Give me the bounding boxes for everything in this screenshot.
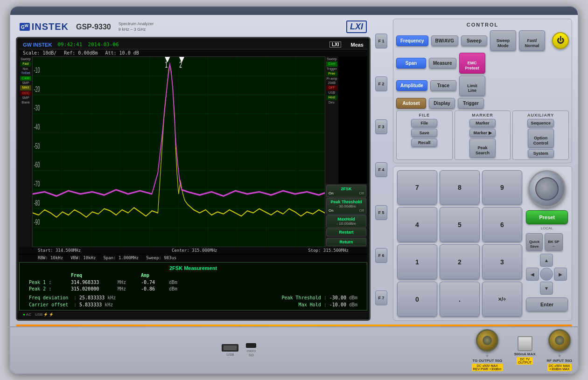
pt-label: Peak Threshold	[281, 295, 321, 300]
return-button[interactable]: Return	[326, 238, 366, 246]
nav-empty-br	[554, 282, 567, 295]
screen-container: GW INSTEK 09:42:41 2014-03-06 LXI Meas S…	[16, 37, 371, 321]
screen-brand: GW INSTEK	[23, 42, 52, 48]
svg-text:-20: -20	[34, 85, 40, 93]
2fsk-button[interactable]: 2FSK On Off	[326, 185, 366, 197]
meas-panel: 2FSK On Off Peak Threshold - 30.00dBm	[325, 184, 367, 247]
max-hold-row: Max Hold : -10.00 dBm	[193, 302, 357, 307]
nav-down-button[interactable]: ▼	[540, 282, 553, 295]
key-mult-div[interactable]: ×/÷	[482, 282, 522, 317]
amplitude-button[interactable]: Amplitude	[396, 80, 427, 91]
f3-button[interactable]: F 3	[375, 119, 387, 134]
display-button[interactable]: Display	[429, 98, 455, 109]
dev-indicator: Dev.	[326, 101, 337, 104]
key-1[interactable]: 1	[397, 244, 437, 279]
recall-button[interactable]: Recall	[411, 138, 437, 147]
svg-text:-70: -70	[34, 180, 40, 188]
autoset-button[interactable]: Autoset	[396, 98, 426, 109]
trigger-indicator: Trigger	[326, 67, 337, 71]
key-5[interactable]: 5	[440, 207, 480, 242]
option-control-button[interactable]: Option Control	[528, 129, 554, 147]
f7-button[interactable]: F 7	[375, 290, 387, 305]
nav-empty-tl	[526, 254, 539, 267]
col-freq-header: Freq	[71, 273, 141, 278]
gw-badge: GW	[20, 23, 30, 30]
scale-label: Scale: 10dB/	[23, 50, 56, 55]
nav-empty-tr	[554, 254, 567, 267]
bwavg-button[interactable]: BW/AVG	[431, 35, 458, 46]
brand-bar: GW INSTEK GSP-9330 Spectrum Analyzer 9 k…	[16, 19, 371, 35]
nav-up-button[interactable]: ▲	[540, 254, 553, 267]
key-2[interactable]: 2	[440, 244, 480, 279]
local-label: LOCAL	[526, 226, 568, 230]
limit-line-button[interactable]: Limit Line	[459, 76, 485, 96]
span-button[interactable]: Span	[396, 58, 426, 69]
trigger-button[interactable]: Trigger	[458, 98, 484, 109]
nav-right-button[interactable]: ▶	[554, 268, 567, 281]
nav-center-button[interactable]	[540, 268, 553, 281]
peak-threshold-button[interactable]: Peak Threshold - 30.00dBm On Off	[326, 198, 366, 214]
enter-button[interactable]: Enter	[526, 297, 568, 311]
power-button[interactable]: ⏻	[552, 32, 569, 49]
auxiliary-section-title: AUXILIARY	[515, 113, 567, 117]
save-button[interactable]: Save	[411, 129, 437, 137]
f1-button[interactable]: F 1	[375, 34, 387, 48]
marker-button[interactable]: Marker	[469, 119, 496, 127]
screen-meas-label: Meas	[350, 42, 364, 48]
f2-button[interactable]: F 2	[375, 76, 387, 91]
right-side-area: Sweep Cont Trigger Free Pr-amp 20dB OFF …	[325, 56, 367, 247]
nav-cross: ▲ ◀ ▶ ▼	[526, 254, 568, 295]
key-6[interactable]: 6	[482, 207, 522, 242]
file-button[interactable]: File	[411, 119, 437, 127]
tg-bnc	[476, 329, 498, 352]
carrier-value: 5.833333	[79, 302, 102, 307]
nav-left-button[interactable]: ◀	[526, 268, 539, 281]
peak1-freq-unit: MHz	[118, 280, 141, 285]
chart-area: 1 2 -10 -20 -30 -40 -50 -60 -70	[32, 56, 325, 247]
usb-status: USB ⚡ ⚡	[35, 312, 54, 317]
emc-pretest-button[interactable]: EMC Pretest	[459, 53, 485, 73]
top-accent-bar	[10, 7, 578, 15]
fsk-measurement-panel: 2FSK Measurement Freq Amp Peak 1 : 314.9…	[19, 262, 367, 311]
f4-button[interactable]: F 4	[375, 162, 387, 177]
trdet-indicator: Tr/Det	[20, 71, 31, 75]
freq-center: Center: 315.000MHz	[172, 248, 217, 253]
key-4[interactable]: 4	[397, 207, 437, 242]
sweep-button[interactable]: Sweep	[461, 35, 487, 46]
maxhold-button[interactable]: MaxHold - 10.00dBm	[326, 215, 366, 228]
freq-dev-label: Freq deviation	[29, 295, 71, 300]
bk-sp-button[interactable]: BK SP ←	[545, 233, 562, 251]
peak2-freq-unit: MHz	[118, 286, 141, 291]
span-label: Span: 1.000MHz	[103, 256, 139, 260]
restart-button[interactable]: Restart	[326, 228, 366, 236]
power-port: 500mA MAX DC 7V OUTPUT	[514, 336, 536, 365]
auxiliary-section: AUXILIARY Sequence Option Control System	[512, 111, 569, 159]
sweep-mode-button[interactable]: Sweep Mode	[490, 30, 516, 51]
frequency-button[interactable]: Frequency	[396, 35, 428, 46]
measure-button[interactable]: Measure	[429, 58, 456, 69]
keypad-section: 7 8 9 4 5 6 1 2 3 0 . ×/÷	[393, 166, 572, 321]
brand-logo: GW INSTEK	[20, 21, 69, 32]
f5-button[interactable]: F 5	[375, 205, 387, 220]
key-3[interactable]: 3	[482, 244, 522, 279]
key-9[interactable]: 9	[482, 170, 522, 205]
quick-save-button[interactable]: Quick Save	[526, 233, 543, 251]
key-7[interactable]: 7	[397, 170, 437, 205]
key-0[interactable]: 0	[397, 282, 437, 317]
marker-play-button[interactable]: Marker ▶	[469, 129, 496, 137]
svg-text:1: 1	[165, 60, 168, 69]
fast-normal-button[interactable]: Fast/ Normal	[519, 30, 545, 51]
f6-button[interactable]: F 6	[375, 248, 387, 263]
mh-label: Max Hold	[299, 302, 321, 307]
key-dot[interactable]: .	[440, 282, 480, 317]
ref-label: Ref: 0.00dBm	[64, 50, 98, 55]
sequence-button[interactable]: Sequence	[527, 119, 554, 127]
usb-slot[interactable]	[222, 344, 238, 352]
key-8[interactable]: 8	[440, 170, 480, 205]
rotary-knob[interactable]	[528, 170, 566, 207]
trace-button[interactable]: Trace	[430, 80, 456, 91]
peak-search-button[interactable]: Peak Search	[469, 138, 496, 157]
preset-button[interactable]: Preset	[526, 210, 568, 224]
marker-section: MARKER Marker Marker ▶ Peak Search	[455, 111, 511, 159]
system-button[interactable]: System	[528, 149, 554, 158]
